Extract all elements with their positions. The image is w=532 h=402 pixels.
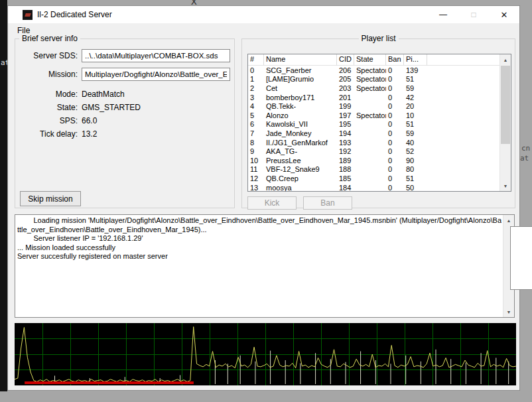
- scrollbar-thumb[interactable]: [501, 66, 510, 144]
- close-button[interactable]: ✕: [489, 6, 519, 23]
- kick-button[interactable]: Kick: [247, 196, 297, 210]
- player-cell: 201: [337, 94, 354, 101]
- player-row[interactable]: 9AKA_TG-192052: [248, 147, 499, 156]
- scroll-up-icon[interactable]: ▲: [500, 54, 511, 65]
- player-cell: 192: [337, 147, 354, 155]
- log-scrollbar[interactable]: ▲ ▼: [503, 215, 514, 317]
- player-cell: 0: [386, 139, 404, 147]
- player-cell: Jade_Monkey: [264, 129, 337, 137]
- scroll-down-icon[interactable]: ▼: [503, 306, 514, 317]
- player-cell: 42: [404, 94, 427, 101]
- player-cell: [LAME]Grumio: [264, 75, 337, 83]
- player-cell: 0: [386, 147, 404, 155]
- log-text: Loading mission 'Multiplayer/Dogfight\Al…: [17, 216, 501, 316]
- skip-mission-button[interactable]: Skip mission: [20, 191, 81, 206]
- scroll-down-icon[interactable]: ▼: [500, 180, 511, 191]
- player-list-group: Player list #NameCIDStateBanPi... 0SCG_F…: [241, 38, 515, 208]
- player-cell: Spectator: [354, 75, 386, 83]
- player-row[interactable]: 11VBF-12_Snake9188080: [248, 165, 499, 174]
- mission-label: Mission:: [19, 70, 78, 79]
- column-header[interactable]: Name: [264, 54, 337, 65]
- player-cell: AKA_TG-: [264, 147, 337, 155]
- player-cell: 197: [337, 111, 354, 119]
- player-cell: 6: [248, 120, 264, 128]
- player-cell: QB.Creep: [264, 174, 337, 182]
- player-cell: 10: [404, 111, 427, 119]
- player-cell: 194: [337, 129, 354, 137]
- player-row[interactable]: 13moosya184050: [248, 183, 499, 191]
- player-cell: 3: [248, 94, 264, 101]
- player-row[interactable]: 10PreussLee189090: [248, 156, 499, 165]
- player-cell: 0: [386, 174, 404, 182]
- minimize-button[interactable]: —: [428, 6, 458, 23]
- player-cell: II./JG1_GenMarkof: [264, 139, 337, 147]
- player-cell: 0: [386, 111, 404, 119]
- player-cell: 0: [248, 66, 264, 74]
- player-row[interactable]: 12QB.Creep185051: [248, 174, 499, 183]
- server-log: Loading mission 'Multiplayer/Dogfight\Al…: [15, 214, 515, 318]
- ban-button[interactable]: Ban: [303, 196, 352, 210]
- player-cell: Spectator: [354, 111, 386, 119]
- player-cell: 199: [337, 102, 354, 110]
- player-row[interactable]: 2Cet203Spectator059: [248, 84, 499, 93]
- server-sds-input[interactable]: [82, 49, 230, 62]
- player-cell: 0: [386, 102, 404, 110]
- tick-delay-label: Tick delay:: [19, 129, 78, 139]
- tick-delay-value: 13.2: [82, 129, 97, 139]
- player-row[interactable]: 4QB.Tekk-199020: [248, 101, 499, 111]
- sps-value: 66.0: [82, 116, 97, 125]
- player-cell: VBF-12_Snake9: [264, 165, 337, 173]
- player-cell: 0: [386, 129, 404, 137]
- player-row[interactable]: 5Alonzo197Spectator010: [248, 111, 499, 120]
- player-cell: 9: [248, 147, 264, 155]
- player-cell: 40: [404, 139, 427, 147]
- player-row[interactable]: 6Kawolski_VII195051: [248, 120, 499, 129]
- player-cell: 4: [248, 102, 264, 110]
- player-cell: 205: [337, 75, 354, 83]
- player-row[interactable]: 7Jade_Monkey194059: [248, 129, 499, 138]
- mode-value: DeathMatch: [82, 90, 125, 99]
- player-list-legend: Player list: [358, 34, 398, 44]
- player-row[interactable]: 1[LAME]Grumio205Spectator051: [248, 75, 499, 84]
- player-cell: PreussLee: [264, 157, 337, 165]
- player-cell: 52: [404, 147, 427, 155]
- player-row[interactable]: 8II./JG1_GenMarkof193040: [248, 138, 499, 147]
- player-cell: 51: [404, 174, 427, 182]
- player-cell: moosya: [264, 184, 337, 191]
- mode-label: Mode:: [19, 90, 78, 99]
- player-row[interactable]: 0SCG_Faerber206Spectator0139: [248, 66, 499, 75]
- player-cell: 0: [386, 120, 404, 128]
- server-info-legend: Brief server info: [19, 34, 80, 44]
- player-cell: 20: [404, 102, 427, 110]
- player-cell: 8: [248, 139, 264, 147]
- player-cell: 184: [337, 184, 354, 191]
- scroll-up-icon[interactable]: ▲: [503, 215, 514, 226]
- player-cell: 51: [404, 120, 427, 128]
- player-cell: 193: [337, 139, 354, 147]
- player-table-body: 0SCG_Faerber206Spectator01391[LAME]Grumi…: [248, 66, 499, 191]
- player-table-header: #NameCIDStateBanPi...: [248, 54, 499, 66]
- column-header[interactable]: Ban: [386, 54, 404, 65]
- player-cell: 0: [386, 184, 404, 191]
- player-cell: 59: [404, 84, 427, 92]
- player-cell: 0: [386, 165, 404, 173]
- column-header[interactable]: CID: [337, 54, 354, 65]
- player-cell: Kawolski_VII: [264, 120, 337, 128]
- player-cell: 0: [386, 75, 404, 83]
- player-row[interactable]: 3bomberboy171201042: [248, 93, 499, 102]
- player-cell: 11: [248, 165, 264, 173]
- column-header[interactable]: #: [248, 54, 264, 65]
- player-cell: 59: [404, 129, 427, 137]
- column-header[interactable]: State: [354, 54, 386, 65]
- player-cell: 51: [404, 75, 427, 83]
- player-cell: 139: [404, 66, 427, 74]
- player-cell: 13: [248, 184, 264, 191]
- performance-graph: [15, 323, 516, 385]
- background-text-fragment: cn: [521, 144, 530, 153]
- mission-input[interactable]: [82, 68, 230, 81]
- scrollbar-thumb[interactable]: [510, 226, 532, 290]
- maximize-button[interactable]: □: [458, 6, 489, 23]
- player-list-scrollbar[interactable]: ▲ ▼: [499, 54, 511, 191]
- column-header[interactable]: Pi...: [404, 54, 427, 65]
- background-text-fragment: at: [520, 154, 529, 163]
